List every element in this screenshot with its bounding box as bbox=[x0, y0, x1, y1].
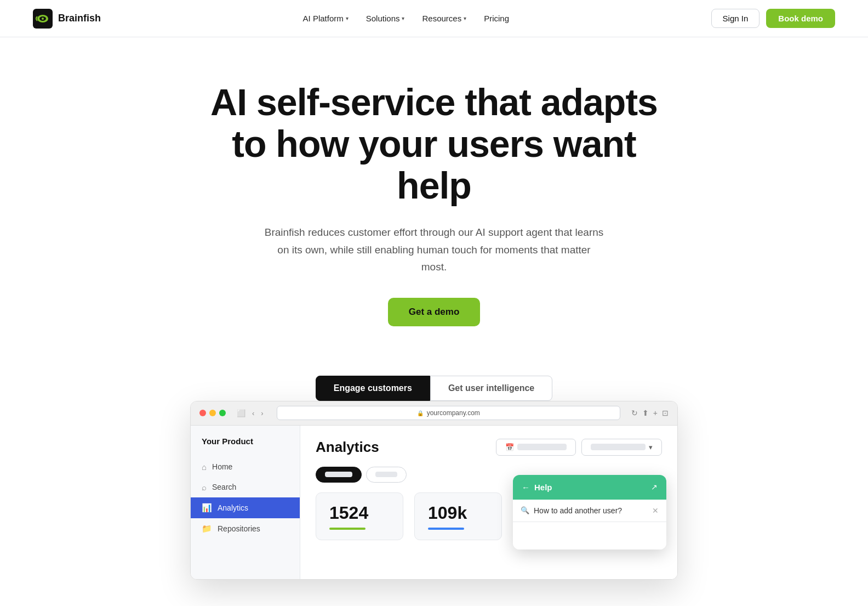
minimize-dot bbox=[209, 410, 216, 416]
sidebar-item-label: Search bbox=[212, 483, 236, 491]
pill-label-1 bbox=[325, 472, 352, 477]
close-icon[interactable]: ✕ bbox=[652, 506, 659, 515]
sidebar-item-search[interactable]: ⌕ Search bbox=[191, 477, 300, 497]
sidebar-item-repositories[interactable]: 📁 Repositories bbox=[191, 518, 300, 539]
share-icon[interactable]: ⬆ bbox=[642, 409, 649, 417]
hero-section: AI self-service that adapts to how your … bbox=[187, 37, 681, 354]
pill-tab-2[interactable] bbox=[366, 467, 407, 483]
calendar-icon: 📅 bbox=[505, 443, 514, 451]
browser-traffic-lights bbox=[199, 410, 226, 416]
analytics-title: Analytics bbox=[316, 439, 379, 456]
analytics-icon: 📊 bbox=[202, 503, 212, 513]
stat-value-2: 109k bbox=[428, 503, 488, 523]
nav-actions: Sign In Book demo bbox=[711, 9, 835, 28]
browser-mockup-wrapper: ⬜ ‹ › 🔒 yourcompany.com ↻ ⬆ + ⊡ Your Pro… bbox=[168, 401, 700, 580]
filter-placeholder bbox=[591, 444, 646, 450]
filter-dropdown-button[interactable]: ▾ bbox=[581, 439, 662, 456]
date-picker-button[interactable]: 📅 bbox=[496, 439, 576, 456]
tab-user-intelligence[interactable]: Get user intelligence bbox=[430, 376, 552, 401]
nav-resources[interactable]: Resources ▾ bbox=[415, 10, 473, 26]
forward-icon[interactable]: › bbox=[259, 408, 265, 418]
nav-solutions[interactable]: Solutions ▾ bbox=[359, 10, 412, 26]
sidebar-item-home[interactable]: ⌂ Home bbox=[191, 457, 300, 477]
stat-bar-2 bbox=[428, 528, 464, 530]
maximize-dot bbox=[219, 410, 226, 416]
home-icon: ⌂ bbox=[202, 462, 207, 472]
help-header-left: ← Help bbox=[522, 483, 552, 492]
tab-icon: ⬜ bbox=[235, 408, 248, 418]
sidebar: Your Product ⌂ Home ⌕ Search 📊 Analytics bbox=[191, 426, 300, 579]
sidebar-item-label: Home bbox=[212, 462, 232, 471]
stat-card-1: 1524 bbox=[316, 492, 403, 540]
url-text: yourcompany.com bbox=[427, 409, 480, 417]
stat-value-1: 1524 bbox=[329, 503, 390, 523]
browser-frame: ⬜ ‹ › 🔒 yourcompany.com ↻ ⬆ + ⊡ Your Pro… bbox=[190, 401, 678, 580]
help-widget-body bbox=[513, 522, 666, 550]
analytics-controls: 📅 ▾ bbox=[496, 439, 662, 456]
date-placeholder bbox=[517, 444, 567, 450]
chevron-down-icon: ▾ bbox=[346, 15, 349, 21]
svg-point-3 bbox=[42, 18, 44, 20]
browser-action-icons: ↻ ⬆ + ⊡ bbox=[631, 409, 669, 417]
navbar: Brainfish AI Platform ▾ Solutions ▾ Reso… bbox=[0, 0, 868, 37]
hero-title: AI self-service that adapts to how your … bbox=[209, 81, 659, 206]
stat-card-2: 109k bbox=[414, 492, 502, 540]
add-tab-icon[interactable]: + bbox=[653, 409, 658, 417]
book-demo-button[interactable]: Book demo bbox=[766, 9, 835, 28]
sidebar-item-analytics[interactable]: 📊 Analytics bbox=[191, 497, 300, 518]
expand-icon[interactable]: ↗ bbox=[651, 483, 658, 491]
logo-link[interactable]: Brainfish bbox=[33, 9, 101, 29]
nav-ai-platform[interactable]: AI Platform ▾ bbox=[296, 10, 355, 26]
hero-subtitle: Brainfish reduces customer effort throug… bbox=[264, 224, 604, 275]
pill-tab-1[interactable] bbox=[316, 467, 362, 483]
search-icon: 🔍 bbox=[521, 506, 529, 514]
brainfish-logo-icon bbox=[33, 9, 53, 29]
stat-bar-1 bbox=[329, 528, 366, 530]
lock-icon: 🔒 bbox=[417, 410, 424, 416]
chevron-down-icon: ▾ bbox=[402, 15, 404, 21]
help-title: Help bbox=[534, 483, 552, 492]
refresh-icon[interactable]: ↻ bbox=[631, 409, 638, 417]
sidebar-item-label: Analytics bbox=[218, 503, 248, 512]
search-icon: ⌕ bbox=[202, 483, 207, 492]
chevron-down-icon: ▾ bbox=[649, 443, 653, 451]
get-demo-button[interactable]: Get a demo bbox=[388, 298, 481, 326]
signin-button[interactable]: Sign In bbox=[711, 9, 760, 28]
pill-label-2 bbox=[375, 472, 397, 477]
app-content: Your Product ⌂ Home ⌕ Search 📊 Analytics bbox=[191, 426, 677, 579]
nav-pricing[interactable]: Pricing bbox=[477, 10, 516, 26]
more-icon[interactable]: ⊡ bbox=[662, 409, 669, 417]
back-icon[interactable]: ‹ bbox=[250, 408, 256, 418]
chevron-down-icon: ▾ bbox=[464, 15, 466, 21]
help-search-input[interactable] bbox=[534, 506, 648, 515]
folder-icon: 📁 bbox=[202, 524, 212, 534]
close-dot bbox=[199, 410, 206, 416]
browser-url-bar[interactable]: 🔒 yourcompany.com bbox=[277, 406, 620, 420]
nav-links: AI Platform ▾ Solutions ▾ Resources ▾ Pr… bbox=[296, 10, 516, 26]
back-arrow-icon[interactable]: ← bbox=[522, 483, 530, 492]
sidebar-menu: ⌂ Home ⌕ Search 📊 Analytics 📁 Repositori… bbox=[191, 457, 300, 539]
help-widget: ← Help ↗ 🔍 ✕ bbox=[513, 475, 666, 550]
help-widget-header: ← Help ↗ bbox=[513, 475, 666, 500]
product-tabs: Engage customers Get user intelligence bbox=[0, 376, 868, 401]
browser-bar: ⬜ ‹ › 🔒 yourcompany.com ↻ ⬆ + ⊡ bbox=[191, 401, 677, 426]
tab-engage-customers[interactable]: Engage customers bbox=[316, 376, 430, 401]
sidebar-item-label: Repositories bbox=[218, 524, 260, 533]
main-panel: Analytics 📅 ▾ bbox=[300, 426, 677, 579]
logo-text: Brainfish bbox=[58, 13, 101, 24]
browser-nav-icons: ⬜ ‹ › bbox=[235, 408, 266, 418]
sidebar-product-name: Your Product bbox=[191, 437, 300, 457]
analytics-header: Analytics 📅 ▾ bbox=[316, 439, 662, 456]
help-search-bar: 🔍 ✕ bbox=[513, 500, 666, 522]
